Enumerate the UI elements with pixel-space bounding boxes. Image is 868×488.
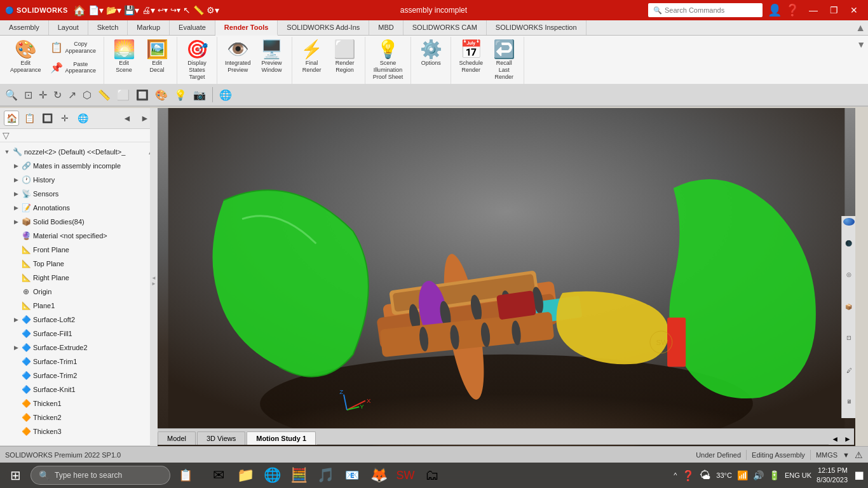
property-manager-icon[interactable]: 📋 (22, 111, 37, 126)
tree-item-annotations[interactable]: ▶ 📝 Annotations (0, 201, 156, 215)
open-icon[interactable]: 📂▾ (106, 5, 121, 15)
tab-mbd[interactable]: MBD (369, 20, 403, 35)
shadows-icon[interactable]: 🌑 (843, 227, 855, 258)
taskbar-weather-icon[interactable]: 🌤 (700, 469, 711, 482)
taskbar-help-icon[interactable]: ❓ (682, 470, 695, 482)
close-button[interactable]: ✕ (845, 4, 863, 17)
section-view-icon[interactable]: ⊡ (843, 323, 855, 353)
taskbar-app-chrome[interactable]: 🦊 (366, 463, 391, 488)
taskbar-app-mail2[interactable]: 📧 (339, 463, 365, 488)
tree-item-thicken1[interactable]: 🔶 Thicken1 (0, 396, 156, 410)
configuration-manager-icon[interactable]: 🔲 (39, 111, 55, 126)
vt-zoom-icon[interactable]: 🔍 (3, 88, 20, 102)
vt-zoom-fit-icon[interactable]: ⊡ (22, 88, 35, 102)
tab-model[interactable]: Model (158, 431, 196, 445)
tab-solidworks-addins[interactable]: SOLIDWORKS Add-Ins (278, 20, 369, 35)
options-button[interactable]: ⚙️ Options (415, 38, 447, 69)
render-region-button[interactable]: ⬜ RenderRegion (329, 38, 361, 76)
taskbar-app-calc[interactable]: 🧮 (286, 463, 311, 488)
options-icon[interactable]: ⚙▾ (207, 5, 219, 15)
tab-sketch[interactable]: Sketch (88, 20, 128, 35)
tree-item-top-plane[interactable]: 📐 Top Plane (0, 257, 156, 271)
taskbar-sound-icon[interactable]: 🔊 (753, 470, 764, 480)
tree-expand-root[interactable]: ▼ (3, 147, 11, 156)
tree-item-thicken3[interactable]: 🔶 Thicken3 (0, 424, 156, 438)
tab-motion-study-1[interactable]: Motion Study 1 (247, 431, 316, 445)
tab-solidworks-cam[interactable]: SOLIDWORKS CAM (403, 20, 487, 35)
cartoon-icon[interactable]: 🖊 (843, 355, 855, 385)
user-icon[interactable]: 👤 (768, 3, 782, 17)
copy-appearance-button[interactable]: 📋 CopyAppearance (46, 38, 100, 57)
tree-item-surface-fill1[interactable]: 🔷 Surface-Fill1 (0, 327, 156, 341)
vt-rotate-icon[interactable]: ↻ (51, 88, 64, 102)
tree-expand-solid-bodies[interactable]: ▶ (11, 217, 20, 226)
tree-item-thicken2[interactable]: 🔶 Thicken2 (0, 410, 156, 424)
taskbar-search[interactable]: 🔍 Type here to search (31, 466, 170, 485)
tree-item-mates[interactable]: ▶ 🔗 Mates in assembly incomple (0, 159, 156, 173)
ribbon-expand-icon[interactable]: ▼ (857, 39, 865, 50)
edit-appearance-button[interactable]: 🎨 EditAppearance (6, 38, 45, 76)
tab-inspection[interactable]: SOLIDWORKS Inspection (487, 20, 587, 35)
vt-camera-icon[interactable]: 📷 (191, 88, 208, 102)
tree-item-surface-trim2[interactable]: 🔷 Surface-Trim2 (0, 369, 156, 383)
tabs-scroll-left[interactable]: ◄ (829, 433, 841, 445)
monitor-icon[interactable]: 🖥 (843, 386, 855, 417)
home-icon[interactable]: 🏠 (73, 4, 86, 17)
restore-button[interactable]: ❐ (825, 4, 843, 17)
tree-item-plane1[interactable]: 📐 Plane1 (0, 299, 156, 313)
tree-item-right-plane[interactable]: 📐 Right Plane (0, 271, 156, 285)
integrated-preview-button[interactable]: 👁️ IntegratedPreview (221, 38, 255, 76)
ribbon-collapse-button[interactable]: ▲ (853, 20, 868, 35)
minimize-button[interactable]: — (804, 4, 822, 17)
tab-evaluate[interactable]: Evaluate (170, 20, 215, 35)
warning-icon[interactable]: ⚠ (855, 450, 863, 460)
tab-render-tools[interactable]: Render Tools (215, 20, 278, 36)
tree-item-sensors[interactable]: ▶ 📡 Sensors (0, 187, 156, 201)
tree-item-surface-knit1[interactable]: 🔷 Surface-Knit1 (0, 383, 156, 396)
tree-item-history[interactable]: ▶ 🕐 History (0, 173, 156, 187)
tree-item-surface-trim1[interactable]: 🔷 Surface-Trim1 (0, 355, 156, 369)
vt-measure-icon[interactable]: 📏 (95, 88, 113, 102)
ambient-icon[interactable]: ◎ (843, 259, 855, 290)
show-desktop-icon[interactable]: ⏹ (853, 468, 865, 483)
redo-icon[interactable]: ↪▾ (170, 6, 180, 15)
tree-expand-surface-loft2[interactable]: ▶ (11, 315, 20, 324)
vt-appearance-icon[interactable]: 🎨 (153, 88, 170, 102)
tree-expand-surface-extrude2[interactable]: ▶ (11, 343, 20, 352)
recall-last-render-button[interactable]: ↩️ RecallLastRender (488, 38, 520, 83)
main-viewport[interactable]: X Y Z SW 🌑 ◎ 📦 ⊡ 🖊 🖥 (158, 108, 855, 453)
vt-lights-icon[interactable]: 💡 (172, 88, 189, 102)
realview-globe-icon[interactable] (843, 218, 855, 226)
paste-appearance-button[interactable]: 📌 PasteAppearance (46, 58, 100, 78)
measure-icon[interactable]: 📏 (193, 5, 204, 15)
tree-item-front-plane[interactable]: 📐 Front Plane (0, 243, 156, 257)
schedule-render-button[interactable]: 📅 ScheduleRender (455, 38, 487, 76)
taskbar-app-mail[interactable]: ✉ (206, 463, 231, 488)
final-render-button[interactable]: ⚡ FinalRender (296, 38, 328, 76)
tab-layout[interactable]: Layout (49, 20, 88, 35)
preview-window-button[interactable]: 🖥️ PreviewWindow (256, 38, 288, 76)
vt-section-icon[interactable]: ⬡ (80, 88, 94, 102)
tab-markup[interactable]: Markup (128, 20, 170, 35)
taskbar-network-icon[interactable]: 📶 (737, 470, 748, 480)
new-icon[interactable]: 📄▾ (88, 5, 104, 15)
filter-icon[interactable]: ▽ (3, 130, 10, 140)
start-button[interactable]: ⊞ (3, 463, 28, 488)
help-icon[interactable]: ❓ (785, 3, 799, 17)
perspective-icon[interactable]: 📦 (843, 291, 855, 322)
tab-assembly[interactable]: Assembly (0, 20, 49, 35)
feature-tree-icon[interactable]: 🏠 (4, 111, 19, 126)
taskbar-app-music[interactable]: 🎵 (313, 463, 338, 488)
vt-display-icon[interactable]: ⬜ (114, 88, 132, 102)
appearances-icon[interactable]: 🌐 (75, 111, 90, 126)
taskbar-app-sw[interactable]: SW (393, 463, 418, 488)
tree-expand-sensors[interactable]: ▶ (11, 189, 20, 198)
vt-realview-icon[interactable]: 🌐 (217, 88, 234, 102)
vt-shading-icon[interactable]: 🔲 (133, 88, 151, 102)
edit-scene-button[interactable]: 🌅 EditScene (108, 38, 140, 76)
tree-item-origin[interactable]: ⊕ Origin (0, 285, 156, 299)
scene-illumination-button[interactable]: 💡 SceneIlluminationProof Sheet (369, 38, 407, 83)
tree-item-material[interactable]: 🔮 Material <not specified> (0, 229, 156, 243)
search-commands-input[interactable] (665, 6, 754, 14)
tree-item-root[interactable]: ▼ 🔧 nozzel<2> (Default) <<Default>_ ▲ (0, 145, 156, 159)
